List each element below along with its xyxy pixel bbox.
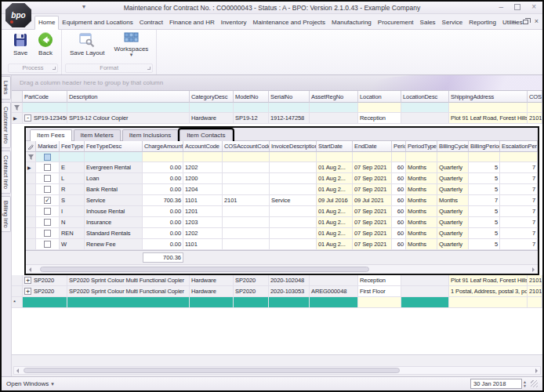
cell-invoicedescription[interactable]	[270, 217, 317, 228]
column-header-partcode[interactable]: PartCode	[23, 91, 67, 103]
equipment-row-sp2020-b[interactable]: +SP2020 SP2020 Sprint Colour Multi Funct…	[12, 286, 542, 297]
cell-period[interactable]: 60	[392, 206, 406, 217]
cell-period[interactable]: 60	[392, 162, 406, 173]
cell-escalationperiod[interactable]: 7	[500, 217, 538, 228]
cell-cosaccountcode[interactable]	[223, 239, 270, 250]
column-header-description[interactable]: Description	[67, 91, 190, 103]
cell-cosaccountcode[interactable]	[223, 173, 270, 184]
column-header-marked[interactable]: Marked	[36, 141, 60, 152]
cell-period[interactable]: 60	[392, 184, 406, 195]
cell-accountcode[interactable]: 1202	[183, 228, 223, 239]
cell-accountcode[interactable]: 1101	[183, 239, 223, 250]
column-header-cosaccountcode[interactable]: COSAccountCode	[223, 141, 270, 152]
filter-cell-accountcode[interactable]	[183, 152, 223, 162]
cell-period[interactable]: 60	[392, 228, 406, 239]
cell-accountcode[interactable]: 1101	[183, 195, 223, 206]
cell-chargeamount[interactable]: 0.00	[143, 206, 183, 217]
column-header-cosa[interactable]: COSA	[528, 91, 542, 103]
tab-item-contacts[interactable]: Item Contacts	[180, 129, 232, 141]
filter-cell-enddate[interactable]	[353, 152, 392, 162]
fee-row[interactable]: R Bank Rental 0.00 1204 01 Aug 2... 07 S…	[26, 184, 538, 195]
filter-cell-feetype[interactable]	[60, 152, 85, 162]
tab-item-inclusions[interactable]: Item Inclusions	[122, 129, 178, 141]
column-header-startdate[interactable]: StartDate	[317, 141, 353, 152]
dialog-launcher-icon[interactable]	[53, 67, 56, 70]
column-header-billingcycle[interactable]: BillingCycle	[437, 141, 469, 152]
fee-row[interactable]: ✓ S Service 700.36 1101 2101 Service 09 …	[26, 195, 538, 206]
cell-escalationperiod[interactable]: 7	[500, 195, 538, 206]
cell-serialno[interactable]	[269, 297, 310, 308]
detail-scrollbar-thumb[interactable]	[40, 267, 369, 272]
cell-period[interactable]: 60	[392, 195, 406, 206]
filter-cell-categorydesc[interactable]	[190, 103, 234, 113]
scroll-left-icon[interactable]	[29, 267, 31, 272]
cell-cosaccountcode[interactable]	[223, 217, 270, 228]
ribbon-tab-finance-and-hr[interactable]: Finance and HR	[166, 16, 218, 29]
cell-cosaccountcode[interactable]	[223, 184, 270, 195]
marked-filter-checkbox[interactable]	[44, 154, 51, 161]
workspaces-button[interactable]: Workspaces ▾	[109, 31, 153, 57]
filter-cell-cosa[interactable]	[528, 103, 542, 113]
filter-cell-serialno[interactable]	[269, 103, 310, 113]
equipment-row-sp19[interactable]: ▶ -SP19-123456 SP19-12 Colour Copier Har…	[12, 113, 542, 124]
resize-grip-icon[interactable]	[531, 380, 538, 387]
ribbon-tab-reporting[interactable]: Reporting	[466, 16, 499, 29]
column-header-location[interactable]: Location	[358, 91, 401, 103]
scroll-right-icon[interactable]	[535, 368, 538, 373]
filter-cell-location[interactable]	[358, 103, 401, 113]
fee-row[interactable]: W Renew Fee 0.00 1101 01 Aug 2... 07 Sep…	[26, 239, 538, 250]
column-header-chargeamount[interactable]: ChargeAmount	[143, 141, 183, 152]
ribbon-tab-procurement[interactable]: Procurement	[375, 16, 417, 29]
date-field[interactable]: 30 Jan 2018	[470, 379, 522, 389]
open-windows-button[interactable]: Open Windows	[6, 380, 49, 387]
fee-row[interactable]: N Insurance 0.00 1203 01 Aug 2... 07 Sep…	[26, 217, 538, 228]
customize-header-cell[interactable]	[26, 141, 36, 152]
cell-location[interactable]	[358, 297, 401, 308]
cell-billingperiod[interactable]: 5	[469, 162, 500, 173]
marked-checkbox[interactable]	[44, 219, 51, 226]
cell-invoicedescription[interactable]	[270, 173, 317, 184]
back-button[interactable]: Back	[33, 31, 58, 56]
marked-checkbox[interactable]	[44, 241, 51, 248]
group-by-panel[interactable]: Drag a column header here to group by th…	[12, 75, 542, 91]
tab-item-meters[interactable]: Item Meters	[74, 129, 121, 141]
cell-billingperiod[interactable]: 7	[469, 195, 500, 206]
ribbon-tab-home[interactable]: Home	[34, 16, 59, 30]
ribbon-tab-equipment-and-locations[interactable]: Equipment and Locations	[59, 16, 136, 29]
expand-toggle-icon[interactable]: +	[24, 288, 31, 295]
cell-chargeamount[interactable]: 700.36	[143, 195, 183, 206]
column-header-modelno[interactable]: ModelNo	[234, 91, 269, 103]
equipment-row-sp2020-a[interactable]: +SP2020 SP2020 Sprint Colour Multi Funct…	[12, 275, 542, 286]
ribbon-tab-sales[interactable]: Sales	[417, 16, 439, 29]
filter-cell-locationdesc[interactable]	[401, 103, 449, 113]
filter-cell-assetregno[interactable]	[310, 103, 358, 113]
scroll-right-icon[interactable]	[532, 267, 535, 272]
cell-chargeamount[interactable]: 0.00	[143, 184, 183, 195]
cell-escalationperiod[interactable]: 7	[500, 173, 538, 184]
ribbon-tab-maintenance-and-projects[interactable]: Maintenance and Projects	[250, 16, 329, 29]
close-icon[interactable]: ×	[531, 3, 536, 11]
child-restore-icon[interactable]	[523, 20, 528, 24]
tab-item-fees[interactable]: Item Fees	[30, 129, 72, 141]
filter-cell-period[interactable]	[392, 152, 406, 162]
scroll-left-icon[interactable]	[16, 368, 19, 373]
sidebar-tab-contract-info[interactable]: Contract Info	[2, 151, 11, 194]
marked-checkbox[interactable]	[44, 208, 51, 215]
cell-billingperiod[interactable]: 5	[469, 173, 500, 184]
master-scrollbar-thumb[interactable]	[24, 368, 400, 373]
cell-location[interactable]: Reception	[358, 113, 401, 124]
master-horizontal-scrollbar[interactable]	[13, 366, 541, 375]
child-minimize-icon[interactable]: –	[513, 19, 517, 25]
cell-billingperiod[interactable]: 5	[469, 217, 500, 228]
cell-invoicedescription[interactable]	[270, 228, 317, 239]
fee-row[interactable]: L Loan 0.00 1200 01 Aug 2... 07 Sep 2021…	[26, 173, 538, 184]
filter-cell-periodtype[interactable]	[406, 152, 437, 162]
filter-cell-invoicedescription[interactable]	[270, 152, 317, 162]
filter-cell-cosaccountcode[interactable]	[223, 152, 270, 162]
marked-checkbox[interactable]	[44, 230, 51, 237]
column-header-feetypedesc[interactable]: FeeTypeDesc	[85, 141, 143, 152]
save-layout-button[interactable]: Save Layout	[65, 31, 109, 56]
fee-row[interactable]: I Inhouse Rental 0.00 1201 01 Aug 2... 0…	[26, 206, 538, 217]
cell-period[interactable]: 60	[392, 239, 406, 250]
column-header-locationdesc[interactable]: LocationDesc	[401, 91, 449, 103]
